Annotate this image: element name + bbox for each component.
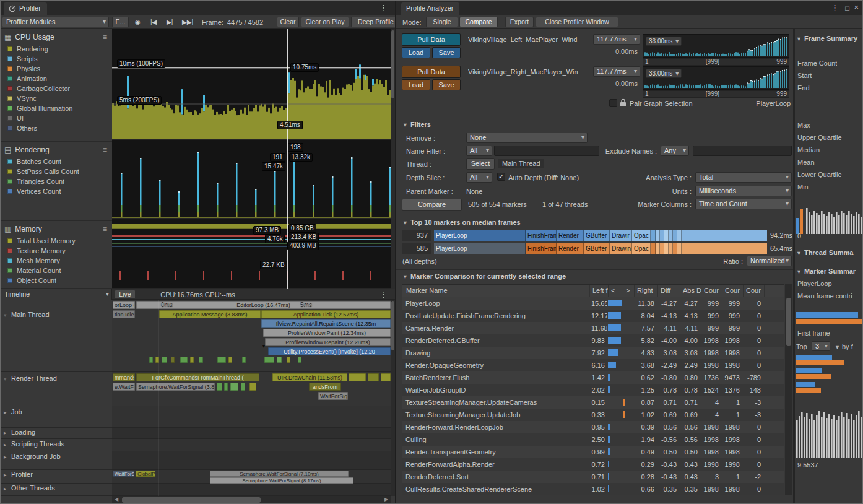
column-header-marker-name[interactable]: Marker Name xyxy=(402,285,589,297)
foldout-open-icon[interactable]: ▼ xyxy=(835,344,840,350)
pull-data-button[interactable]: Pull Data xyxy=(402,33,461,46)
timeline-span[interactable] xyxy=(249,383,256,391)
profiler-window-menu-icon[interactable]: ⋮ xyxy=(379,4,388,12)
top-count-dropdown[interactable]: 3 ▾ xyxy=(812,341,830,351)
module-header-memory[interactable]: ▥Memory≡ xyxy=(1,221,112,236)
column-header-left-f[interactable]: Left f xyxy=(589,285,608,297)
depth-slice-dropdown[interactable]: All ▾ xyxy=(466,172,492,183)
legend-item-texture-memory[interactable]: Texture Memory xyxy=(1,246,112,256)
memory-chart[interactable] xyxy=(112,219,391,289)
timeline-thread-loading[interactable]: ▸Loading xyxy=(1,428,112,439)
analysis-type-dropdown[interactable]: Total ▾ xyxy=(695,172,792,183)
timeline-span[interactable]: e.WaitForSigna xyxy=(113,383,135,391)
frame-summary-header[interactable]: ▼Frame Summary xyxy=(796,35,857,42)
timeline-span[interactable]: Application.Tick (12.57ms) xyxy=(261,310,391,318)
timeline-thread-profiler[interactable]: ▸Profiler xyxy=(1,470,112,484)
top10-segment[interactable]: FinishFram xyxy=(526,230,557,241)
timeline-span[interactable] xyxy=(217,357,226,363)
table-row[interactable]: Culling2.501.94-0.560.56199819980 xyxy=(402,433,784,446)
top10-segment[interactable] xyxy=(682,243,767,254)
timeline-span[interactable] xyxy=(171,357,175,363)
load-button[interactable]: Load xyxy=(402,47,430,58)
column-header-cour[interactable]: Cour xyxy=(701,285,722,297)
table-row[interactable]: PostLateUpdate.FinishFrameRendering12.17… xyxy=(402,310,784,322)
timeline-span[interactable]: WaitForSig xyxy=(318,392,348,400)
deep-profile-button[interactable]: Deep Profile xyxy=(351,17,395,27)
table-row[interactable]: Drawing7.924.83-3.083.08199819980 xyxy=(402,347,784,359)
top10-segment[interactable] xyxy=(682,230,767,241)
timeline-span[interactable]: Semaphore.WaitForSignal (8.17ms) xyxy=(210,477,353,484)
top10-segment[interactable]: Drawin xyxy=(610,243,632,254)
top10-segment[interactable] xyxy=(669,243,673,254)
rendering-chart[interactable] xyxy=(112,140,391,219)
table-row[interactable]: TextureStreamingManager.UpdateCameras0.1… xyxy=(402,396,784,409)
timeline-thread-background-job[interactable]: ▸Background Job xyxy=(1,451,112,470)
table-row[interactable]: RenderForwardAlpha.Render0.720.29-0.430.… xyxy=(402,458,784,471)
timeline-span[interactable]: GlobalP xyxy=(136,471,155,477)
timeline-thread-scripting-threads[interactable]: ▸Scripting Threads xyxy=(1,439,112,451)
top10-segment[interactable] xyxy=(660,230,664,241)
top10-segment[interactable] xyxy=(660,243,664,254)
prev-frame-icon[interactable]: |◀ xyxy=(150,17,157,27)
timeline-span[interactable] xyxy=(230,383,238,391)
timeline-span[interactable] xyxy=(224,383,228,391)
timeline-span[interactable] xyxy=(349,373,366,381)
timeline-span[interactable] xyxy=(264,357,274,363)
profiler-modules-dropdown[interactable]: Profiler Modules ▾ xyxy=(2,17,109,27)
frame-time-graph[interactable]: 33.00ms▾ xyxy=(643,34,789,58)
load-button[interactable]: Load xyxy=(402,79,430,90)
table-row[interactable]: RenderDeferred.Sort0.710.28-0.430.4331-2 xyxy=(402,471,784,483)
timeline-span[interactable]: ForGfxCommandsFromMainThread ( xyxy=(136,373,259,381)
timeline-span[interactable] xyxy=(287,357,290,363)
legend-item-others[interactable]: Others xyxy=(1,123,112,133)
scale-dropdown[interactable]: 33.00ms▾ xyxy=(646,37,682,46)
name-filter-input[interactable] xyxy=(494,146,599,156)
timeline-thread-main-thread[interactable]: ▾Main Thread xyxy=(1,300,112,372)
top10-segment[interactable]: PlayerLoop xyxy=(434,243,526,254)
clear-button[interactable]: Clear xyxy=(277,17,299,27)
chart-options-icon[interactable]: ≡ xyxy=(103,146,107,154)
next-frame-icon[interactable]: ▶| xyxy=(167,17,173,27)
filters-section-header[interactable]: ▼Filters xyxy=(402,121,431,128)
timeline-span[interactable]: Utility.ProcessEvent() [Invoke] (12.20 xyxy=(268,347,391,355)
frame-time-graph[interactable]: 33.00ms▾ xyxy=(643,66,789,90)
legend-item-total-used-memory[interactable]: Total Used Memory xyxy=(1,236,112,246)
top10-segment[interactable] xyxy=(651,243,656,254)
top10-segment[interactable]: Render xyxy=(557,230,584,241)
legend-item-physics[interactable]: Physics xyxy=(1,64,112,74)
live-button[interactable]: Live xyxy=(115,290,136,299)
column-header-[interactable]: < xyxy=(608,285,623,297)
clear-on-play-button[interactable]: Clear on Play xyxy=(301,17,349,27)
timeline-span[interactable]: IlView.RepaintAll.RepaintScene (12.35m xyxy=(261,319,391,328)
timeline-span[interactable]: WaitForSi xyxy=(113,471,134,477)
cpu-usage-chart[interactable] xyxy=(112,29,391,140)
chart-options-icon[interactable]: ≡ xyxy=(103,33,107,41)
timeline-span[interactable] xyxy=(368,373,379,381)
timeline-span[interactable]: UIR.DrawChain (11.53ms) xyxy=(272,373,347,381)
scale-dropdown[interactable]: 33.00ms▾ xyxy=(646,69,682,78)
pull-data-button[interactable]: Pull Data xyxy=(402,66,461,78)
charts-scrollbar-thumb[interactable] xyxy=(391,30,394,98)
top10-segment[interactable] xyxy=(656,230,660,241)
thread-summary-header[interactable]: ▼Thread Summa xyxy=(796,249,853,256)
timeline-thread-render-thread[interactable]: ▾Render Thread xyxy=(1,372,112,406)
timeline-hscrollbar-thumb[interactable] xyxy=(122,497,261,503)
thread-select-button[interactable]: Select xyxy=(466,158,495,170)
timeline-span[interactable] xyxy=(217,383,222,391)
top10-segment[interactable] xyxy=(656,243,660,254)
legend-item-garbagecollector[interactable]: GarbageCollector xyxy=(1,84,112,93)
top10-segment[interactable]: GBuffer xyxy=(584,230,610,241)
top10-segment[interactable] xyxy=(669,230,673,241)
timeline-span[interactable] xyxy=(241,383,245,391)
legend-item-global-illumination[interactable]: Global Illumination xyxy=(1,103,112,113)
column-header-[interactable]: > xyxy=(623,285,634,297)
timeline-span[interactable] xyxy=(190,357,194,363)
timeline-span[interactable]: mmandsFromM xyxy=(113,373,135,381)
legend-item-scripts[interactable]: Scripts xyxy=(1,54,112,64)
tab-profiler[interactable]: Profiler xyxy=(4,2,47,15)
target-selector-button[interactable]: E... xyxy=(112,17,129,27)
timeline-span[interactable] xyxy=(162,357,167,363)
module-header-cpu-usage[interactable]: ▦CPU Usage≡ xyxy=(1,29,112,44)
timeline-view-dropdown[interactable]: Timeline ▾ xyxy=(1,289,112,300)
name-filter-scope-dropdown[interactable]: All ▾ xyxy=(466,146,492,156)
